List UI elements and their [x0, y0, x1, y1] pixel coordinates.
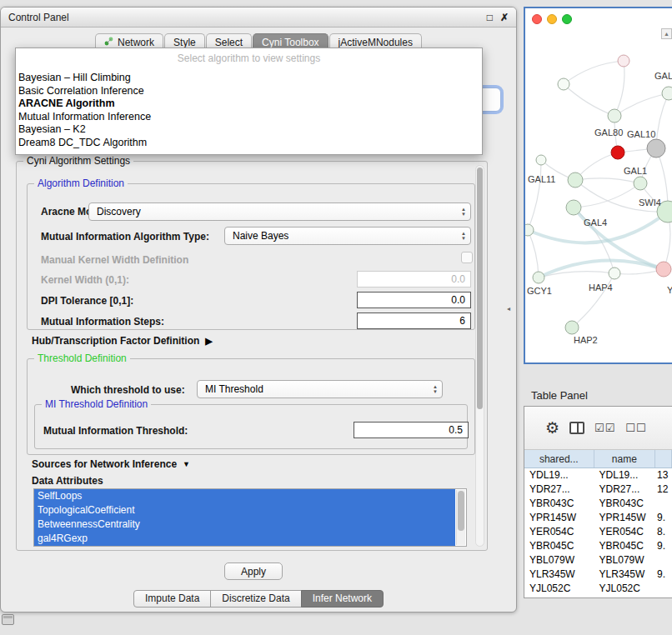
table-row[interactable]: YBR045CYBR045C9.: [524, 539, 672, 553]
expand-right-icon[interactable]: ▶: [205, 336, 212, 347]
table-row[interactable]: YER054CYER054C8.: [524, 525, 672, 539]
network-node[interactable]: [565, 321, 579, 334]
node-label: GAL80: [594, 128, 623, 138]
bottom-tab-impute-data[interactable]: Impute Data: [133, 590, 211, 608]
table-cell: YDL19...: [594, 468, 656, 482]
network-node[interactable]: [662, 87, 672, 100]
columns-icon[interactable]: [569, 422, 584, 434]
table-cell: YBL079W: [524, 553, 594, 568]
which-threshold-label: Which threshold to use:: [71, 384, 185, 396]
mi-steps-field[interactable]: 6: [357, 312, 471, 329]
deselect-all-icon[interactable]: ☐☐: [625, 422, 646, 434]
table-row[interactable]: YBL079WYBL079W: [524, 553, 672, 568]
network-node[interactable]: [611, 146, 624, 159]
bottom-tab-discretize-data[interactable]: Discretize Data: [210, 590, 301, 608]
cyni-algorithm-settings-title: Cyni Algorithm Settings: [23, 155, 133, 167]
algorithm-dropdown-prompt: Select algorithm to view settings: [16, 48, 482, 72]
network-edge: [528, 230, 539, 278]
which-threshold-select[interactable]: MI Threshold ▲▼: [197, 380, 443, 398]
mi-steps-label: Mutual Information Steps:: [41, 316, 164, 328]
mi-threshold-label: Mutual Information Threshold:: [43, 425, 188, 437]
table-row[interactable]: YLR345WYLR345W9.: [524, 568, 672, 582]
network-node[interactable]: [525, 224, 534, 236]
algorithm-definition-title: Algorithm Definition: [34, 178, 128, 189]
node-label: GAL4: [584, 218, 607, 228]
attributes-scrollbar[interactable]: [456, 490, 465, 545]
table-cell: 9.: [655, 511, 672, 525]
table-cell: YJL052C: [594, 582, 656, 596]
data-attributes-list[interactable]: SelfLoopsTopologicalCoefficientBetweenne…: [33, 488, 467, 547]
network-edge: [572, 273, 614, 328]
data-attribute-item[interactable]: SelfLoops: [34, 489, 455, 503]
mi-algorithm-type-select[interactable]: Naive Bayes ▲▼: [224, 227, 471, 245]
table-row[interactable]: YDL19...YDL19...13: [524, 468, 672, 482]
table-cell: 8.: [655, 525, 672, 539]
node-label: GAL1: [624, 166, 647, 176]
control-panel-titlebar[interactable]: Control Panel □ ✗: [1, 8, 516, 28]
panel-resize-arrow[interactable]: ◂: [507, 305, 510, 312]
network-graph[interactable]: GAL7GAL80GAL10GAL11GAL1SWI4GAL4GCY1HAP4H…: [525, 28, 672, 364]
network-node[interactable]: [533, 272, 544, 283]
network-node[interactable]: [609, 268, 620, 279]
network-edge: [614, 61, 624, 116]
sources-section[interactable]: Sources for Network Inference ▼: [32, 458, 190, 470]
dpi-tolerance-field[interactable]: 0.0: [357, 292, 471, 308]
table-row[interactable]: YDR27...YDR27...12: [524, 482, 672, 497]
window-minimize-icon[interactable]: [547, 14, 557, 24]
attr-items: SelfLoopsTopologicalCoefficientBetweenne…: [34, 489, 466, 546]
close-icon[interactable]: ✗: [500, 12, 509, 23]
mi-threshold-field[interactable]: 0.5: [354, 422, 469, 438]
algorithm-option[interactable]: ARACNE Algorithm: [16, 98, 482, 111]
table-row[interactable]: YJL052CYJL052C: [524, 582, 672, 596]
maximize-icon[interactable]: □: [487, 12, 493, 23]
column-header[interactable]: [655, 450, 672, 468]
dock-panel-icon[interactable]: [2, 614, 14, 625]
table-row[interactable]: YPR145WYPR145W9.: [524, 511, 672, 525]
bottom-tab-infer-network[interactable]: Infer Network: [301, 590, 384, 608]
network-node[interactable]: [568, 172, 583, 188]
data-attribute-item[interactable]: BetweennessCentrality: [34, 518, 455, 532]
network-node[interactable]: [558, 78, 569, 90]
network-node[interactable]: [608, 109, 621, 122]
algorithm-option[interactable]: Mutual Information Inference: [16, 111, 482, 124]
network-node[interactable]: [566, 200, 581, 215]
table-cell: 9.: [655, 568, 672, 582]
window-zoom-icon[interactable]: [562, 14, 572, 24]
network-view-window: ▲ GAL7GAL80GAL10GAL11GAL1SWI4GAL4GCY1HAP…: [524, 7, 672, 364]
node-label: GCY1: [527, 286, 552, 296]
network-node[interactable]: [656, 262, 671, 277]
attributes-scrollbar-thumb[interactable]: [458, 491, 464, 531]
column-header[interactable]: name: [594, 450, 656, 468]
table-row[interactable]: YBR043CYBR043C: [524, 497, 672, 511]
window-close-icon[interactable]: [532, 14, 542, 24]
algorithm-option[interactable]: Bayesian – Hill Climbing: [16, 72, 482, 85]
settings-scrollbar-thumb[interactable]: [477, 168, 483, 409]
network-node[interactable]: [647, 139, 665, 158]
kernel-width-field[interactable]: 0.0: [357, 271, 471, 288]
network-node[interactable]: [618, 55, 629, 67]
control-panel-title: Control Panel: [8, 12, 69, 23]
algorithm-option[interactable]: Dream8 DC_TDC Algorithm: [16, 137, 482, 150]
hub-definition-section[interactable]: Hub/Transcription Factor Definition ▶: [32, 335, 213, 347]
gear-icon[interactable]: ⚙: [545, 418, 559, 438]
apply-button[interactable]: Apply: [224, 562, 283, 580]
network-edge: [614, 93, 669, 116]
data-attribute-item[interactable]: gal4RGexp: [34, 532, 455, 546]
settings-scrollbar[interactable]: [475, 165, 484, 547]
data-attribute-item[interactable]: TopologicalCoefficient: [34, 503, 455, 518]
network-node[interactable]: [634, 177, 647, 190]
aracne-mode-select[interactable]: Discovery ▲▼: [88, 202, 471, 221]
select-all-icon[interactable]: ☑☑: [594, 422, 615, 434]
table-panel-window: ⚙ ☑☑ ☐☐ shared...name YDL19...YDL19...13…: [524, 406, 672, 598]
table-cell: [655, 553, 672, 568]
dpi-tolerance-label: DPI Tolerance [0,1]:: [41, 295, 133, 307]
column-header[interactable]: shared...: [524, 450, 594, 468]
table-cell: 13: [655, 468, 672, 482]
table-cell: [655, 497, 672, 511]
collapse-down-icon[interactable]: ▼: [183, 460, 190, 468]
network-node[interactable]: [536, 155, 546, 165]
manual-kernel-width-checkbox[interactable]: [461, 252, 473, 263]
algorithm-option[interactable]: Bayesian – K2: [16, 123, 482, 137]
bottom-tab-bar: Impute DataDiscretize DataInfer Network: [1, 590, 516, 608]
algorithm-option[interactable]: Basic Correlation Inference: [16, 85, 482, 98]
